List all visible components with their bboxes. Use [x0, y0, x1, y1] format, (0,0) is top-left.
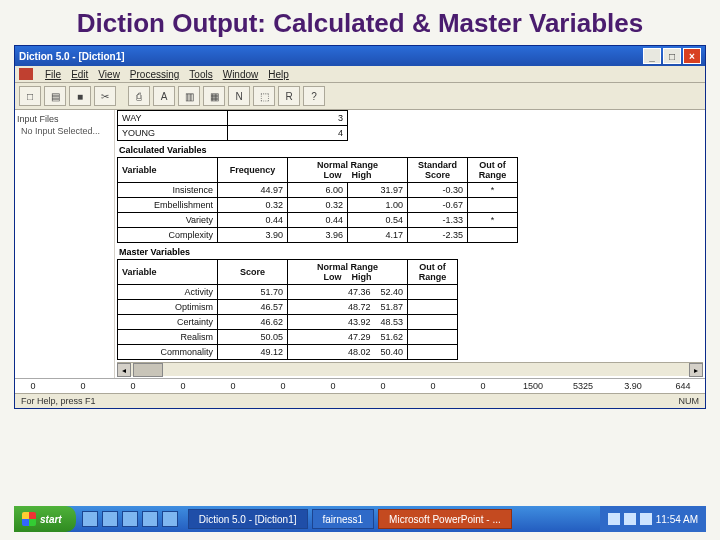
- slide-title: Diction Output: Calculated & Master Vari…: [0, 0, 720, 45]
- table-row: Commonality49.1248.02 50.40: [118, 345, 458, 360]
- menu-view[interactable]: View: [98, 69, 120, 80]
- calc-table: Variable Frequency Normal RangeLow High …: [117, 157, 518, 243]
- bottom-number: 5325: [571, 381, 595, 391]
- quick-launch: [76, 511, 184, 527]
- tool-r-icon[interactable]: R: [278, 86, 300, 106]
- scroll-left-arrow-icon[interactable]: ◂: [117, 363, 131, 377]
- horizontal-scrollbar[interactable]: ◂ ▸: [117, 362, 703, 376]
- tool-open-icon[interactable]: ▤: [44, 86, 66, 106]
- task-button-diction[interactable]: Diction 5.0 - [Diction1]: [188, 509, 308, 529]
- bottom-number: 0: [221, 381, 245, 391]
- tool-n-icon[interactable]: N: [228, 86, 250, 106]
- scroll-right-arrow-icon[interactable]: ▸: [689, 363, 703, 377]
- master-table: Variable Score Normal RangeLow High Out …: [117, 259, 458, 360]
- table-row: Insistence44.976.0031.97-0.30*: [118, 183, 518, 198]
- toolbar: □ ▤ ■ ✂ ⎙ A ▥ ▦ N ⬚ R ?: [15, 83, 705, 110]
- tool-save-icon[interactable]: ■: [69, 86, 91, 106]
- app-icon: [19, 68, 33, 80]
- quick-launch-icon[interactable]: [122, 511, 138, 527]
- quick-launch-icon[interactable]: [142, 511, 158, 527]
- tray-icon[interactable]: [640, 513, 652, 525]
- bottom-number: 0: [71, 381, 95, 391]
- clock: 11:54 AM: [656, 514, 698, 525]
- quick-launch-icon[interactable]: [162, 511, 178, 527]
- tray-icon[interactable]: [624, 513, 636, 525]
- table-row: Complexity3.903.964.17-2.35: [118, 228, 518, 243]
- title-bar: Diction 5.0 - [Diction1] _ □ ×: [15, 46, 705, 66]
- bottom-number-row: 0000000000150053253.906440.7524.160: [15, 378, 705, 393]
- task-button-powerpoint[interactable]: Microsoft PowerPoint - ...: [378, 509, 512, 529]
- windows-logo-icon: [22, 512, 36, 526]
- bottom-number: 0: [271, 381, 295, 391]
- menu-edit[interactable]: Edit: [71, 69, 88, 80]
- master-section-title: Master Variables: [117, 243, 703, 259]
- tool-cut-icon[interactable]: ✂: [94, 86, 116, 106]
- tool-help-icon[interactable]: ?: [303, 86, 325, 106]
- bottom-number: 0: [371, 381, 395, 391]
- close-button[interactable]: ×: [683, 48, 701, 64]
- quick-launch-icon[interactable]: [82, 511, 98, 527]
- bottom-number: 0: [471, 381, 495, 391]
- taskbar: start Diction 5.0 - [Diction1] fairness1…: [14, 506, 706, 532]
- menu-bar: File Edit View Processing Tools Window H…: [15, 66, 705, 83]
- tool-table-icon[interactable]: ▦: [203, 86, 225, 106]
- table-row: Variety0.440.440.54-1.33*: [118, 213, 518, 228]
- tool-chart-icon[interactable]: ▥: [178, 86, 200, 106]
- tool-new-icon[interactable]: □: [19, 86, 41, 106]
- bottom-number: 0: [321, 381, 345, 391]
- content-area: WAY3 YOUNG4 Calculated Variables Variabl…: [115, 110, 705, 378]
- sidebar-empty-label: No Input Selected...: [17, 126, 112, 136]
- bottom-number: 0: [421, 381, 445, 391]
- minimize-button[interactable]: _: [643, 48, 661, 64]
- status-help-text: For Help, press F1: [21, 396, 96, 406]
- menu-window[interactable]: Window: [223, 69, 259, 80]
- app-window: Diction 5.0 - [Diction1] _ □ × File Edit…: [14, 45, 706, 409]
- table-row: Realism50.0547.29 51.62: [118, 330, 458, 345]
- status-num-indicator: NUM: [679, 396, 700, 406]
- bottom-number: 0: [21, 381, 45, 391]
- bottom-number: 0: [171, 381, 195, 391]
- tool-graph-icon[interactable]: ⬚: [253, 86, 275, 106]
- bottom-number: 3.90: [621, 381, 645, 391]
- table-row: Optimism46.5748.72 51.87: [118, 300, 458, 315]
- tray-icon[interactable]: [608, 513, 620, 525]
- menu-help[interactable]: Help: [268, 69, 289, 80]
- status-bar: For Help, press F1 NUM: [15, 393, 705, 408]
- task-button-fairness[interactable]: fairness1: [312, 509, 375, 529]
- top-word-table: WAY3 YOUNG4: [117, 110, 348, 141]
- tool-print-icon[interactable]: ⎙: [128, 86, 150, 106]
- window-title: Diction 5.0 - [Diction1]: [19, 51, 125, 62]
- maximize-button[interactable]: □: [663, 48, 681, 64]
- start-button[interactable]: start: [14, 506, 76, 532]
- bottom-number: 1500: [521, 381, 545, 391]
- bottom-number: 0: [121, 381, 145, 391]
- menu-tools[interactable]: Tools: [189, 69, 212, 80]
- calc-section-title: Calculated Variables: [117, 141, 703, 157]
- tool-a-icon[interactable]: A: [153, 86, 175, 106]
- table-row: Embellishment0.320.321.00-0.67: [118, 198, 518, 213]
- table-row: YOUNG4: [118, 126, 348, 141]
- sidebar: Input Files No Input Selected...: [15, 110, 115, 378]
- table-row: Certainty46.6243.92 48.53: [118, 315, 458, 330]
- scroll-thumb[interactable]: [133, 363, 163, 377]
- menu-processing[interactable]: Processing: [130, 69, 179, 80]
- table-row: WAY3: [118, 111, 348, 126]
- menu-file[interactable]: File: [45, 69, 61, 80]
- table-row: Activity51.7047.36 52.40: [118, 285, 458, 300]
- sidebar-header: Input Files: [17, 112, 112, 126]
- bottom-number: 644: [671, 381, 695, 391]
- quick-launch-icon[interactable]: [102, 511, 118, 527]
- system-tray: 11:54 AM: [600, 506, 706, 532]
